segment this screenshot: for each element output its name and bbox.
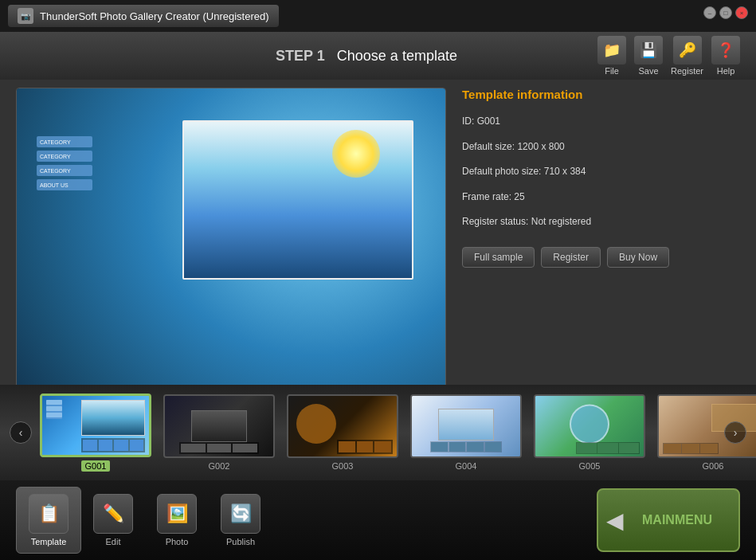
template-label-g002: G002 (209, 461, 230, 471)
help-icon: ❓ (711, 36, 740, 65)
window-title: ThunderSoft Photo Gallery Creator (Unreg… (40, 10, 269, 22)
template-id: ID: G001 (462, 116, 500, 127)
register-template-button[interactable]: Register (541, 247, 601, 268)
sun-effect (332, 130, 380, 178)
title-bar: 📷 ThunderSoft Photo Gallery Creator (Unr… (0, 0, 756, 32)
step-number: STEP 1 (276, 48, 325, 64)
help-label: Help (717, 66, 735, 76)
template-thumb-item-g005[interactable]: G005 (534, 394, 645, 471)
main-menu-arrow-icon: ◀ (606, 507, 624, 534)
template-default-size-row: Default size: 1200 x 800 (462, 139, 740, 156)
template-default-size-label: Default size: (462, 141, 515, 152)
template-photo-inner (184, 122, 412, 278)
template-register-status-value: Not registered (531, 216, 591, 227)
nav-label-photo: Photo (166, 537, 189, 546)
info-buttons: Full sample Register Buy Now (462, 247, 740, 268)
template-thumb-item-g003[interactable]: G003 (287, 394, 398, 471)
main-menu-button[interactable]: ◀ MAINMENU (597, 488, 740, 552)
full-sample-button[interactable]: Full sample (462, 247, 535, 268)
toolbar-buttons: 📁 File 💾 Save 🔑 Register ❓ Help (597, 36, 740, 76)
template-photo-size-label: Default photo size: (462, 166, 541, 177)
template-frame-rate-row: Frame rate: 25 (462, 189, 740, 206)
title-bar-content: 📷 ThunderSoft Photo Gallery Creator (Unr… (8, 5, 279, 27)
thumbnail-strip: ‹ G001 (0, 385, 756, 480)
toolbar: STEP 1 Choose a template 📁 File 💾 Save 🔑… (0, 32, 756, 80)
template-id-row: ID: G001 (462, 113, 740, 131)
template-register-status-label: Register status: (462, 216, 528, 227)
file-button[interactable]: 📁 File (597, 36, 626, 76)
edit-nav-icon: ✏️ (93, 494, 133, 534)
nav-item-photo[interactable]: 🖼️ Photo (145, 488, 209, 553)
template-menu-item-3: CATEGORY (37, 165, 92, 176)
template-label-g005: G005 (579, 461, 601, 471)
template-label-g001: G001 (81, 460, 111, 472)
template-nav-icon: 📋 (29, 494, 69, 534)
bottom-nav: 📋 Template ✏️ Edit 🖼️ Photo 🔄 Publish ◀ … (0, 480, 756, 560)
template-thumb-item-g004[interactable]: G004 (410, 394, 522, 471)
template-photo-area (182, 120, 413, 280)
template-thumbnail-g001 (40, 394, 151, 457)
template-thumbnail-g005 (534, 394, 645, 458)
template-label-g006: G006 (703, 461, 724, 471)
template-frame-rate-label: Frame rate: (462, 191, 511, 202)
nav-label-template: Template (31, 537, 67, 546)
save-icon: 💾 (634, 36, 663, 65)
register-icon: 🔑 (673, 36, 702, 65)
register-button[interactable]: 🔑 Register (671, 36, 703, 76)
nav-label-edit: Edit (106, 537, 121, 546)
template-register-status-row: Register status: Not registered (462, 213, 740, 231)
register-label: Register (671, 66, 703, 76)
template-default-size-value: 1200 x 800 (517, 141, 564, 152)
template-label-g003: G003 (332, 461, 354, 471)
template-thumb-item-g001[interactable]: G001 (40, 394, 151, 472)
close-button[interactable]: × (735, 6, 748, 19)
template-menu-item-1: CATEGORY (37, 136, 92, 147)
template-photo-size-row: Default photo size: 710 x 384 (462, 163, 740, 181)
save-button[interactable]: 💾 Save (634, 36, 663, 76)
template-sidebar: CATEGORY CATEGORY CATEGORY ABOUT US (37, 136, 92, 194)
template-info-title: Template information (462, 88, 740, 101)
maximize-button[interactable]: □ (719, 6, 732, 19)
window-controls: – □ × (703, 6, 748, 19)
main-menu-text: MAINMENU (624, 513, 731, 527)
template-frame-rate-value: 25 (514, 191, 524, 202)
template-thumb-item-g002[interactable]: G002 (163, 394, 275, 471)
nav-label-publish: Publish (226, 537, 255, 546)
publish-nav-icon: 🔄 (221, 494, 260, 534)
buy-now-button[interactable]: Buy Now (607, 247, 669, 268)
photo-nav-icon: 🖼️ (157, 494, 197, 534)
template-photo-size-value: 710 x 384 (544, 166, 586, 177)
template-thumbnail-g003 (287, 394, 398, 458)
template-menu-item-4: ABOUT US (37, 179, 92, 190)
strip-arrow-right[interactable]: › (724, 421, 746, 444)
template-thumbnail-g004 (410, 394, 522, 458)
step-title: STEP 1 Choose a template (135, 48, 597, 65)
app-icon: 📷 (18, 8, 33, 24)
nav-item-template[interactable]: 📋 Template (16, 487, 81, 554)
save-label: Save (638, 66, 658, 76)
template-menu-item-2: CATEGORY (37, 151, 92, 162)
file-icon: 📁 (597, 36, 626, 65)
nav-item-publish[interactable]: 🔄 Publish (209, 488, 272, 553)
step-description: Choose a template (337, 48, 457, 64)
help-button[interactable]: ❓ Help (711, 36, 740, 76)
template-label-g004: G004 (456, 461, 477, 471)
template-thumbnail-g002 (163, 394, 275, 458)
minimize-button[interactable]: – (703, 6, 716, 19)
file-label: File (605, 66, 619, 76)
strip-arrow-left[interactable]: ‹ (10, 421, 32, 444)
nav-item-edit[interactable]: ✏️ Edit (81, 488, 145, 553)
